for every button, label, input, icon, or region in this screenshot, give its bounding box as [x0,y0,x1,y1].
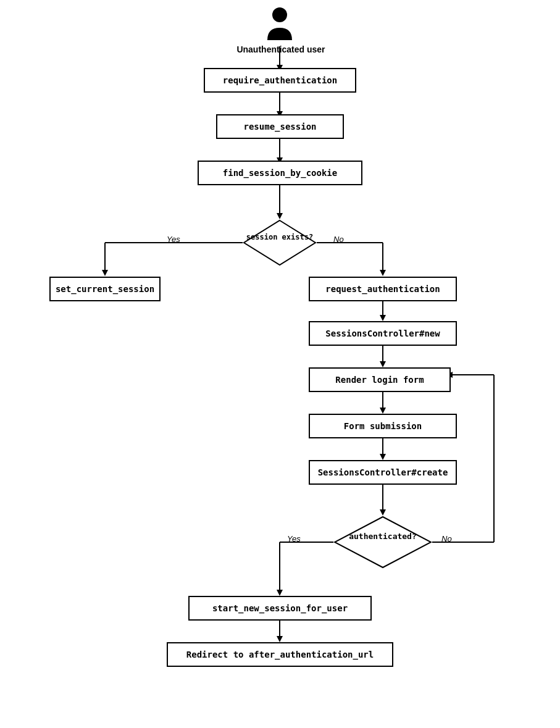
yes-label-session: Yes [167,235,180,244]
svg-marker-19 [380,408,386,414]
set-current-session-node: set_current_session [49,277,161,301]
resume-session-node: resume_session [216,114,344,139]
svg-marker-17 [380,361,386,367]
svg-marker-15 [380,315,386,321]
render-login-node: Render login form [309,367,451,392]
require-auth-node: require_authentication [204,68,356,93]
redirect-node: Redirect to after_authentication_url [167,642,393,667]
find-session-node: find_session_by_cookie [198,161,362,185]
authenticated-diamond: authenticated? [333,516,432,569]
svg-marker-34 [244,220,316,265]
user-icon [264,6,295,43]
svg-marker-10 [102,270,108,276]
start-new-session-node: start_new_session_for_user [188,596,372,621]
svg-marker-32 [277,636,283,642]
yes-label-auth: Yes [287,534,301,543]
sessions-new-node: SessionsController#new [309,321,457,346]
sessions-create-node: SessionsController#create [309,460,457,485]
no-label-session: No [333,235,344,244]
session-exists-label: session exists? [243,233,317,241]
svg-marker-30 [277,590,283,596]
svg-marker-23 [380,509,386,516]
authenticated-label: authenticated? [333,532,432,541]
svg-marker-35 [335,517,431,567]
svg-marker-13 [380,270,386,276]
svg-point-33 [272,7,287,22]
request-auth-node: request_authentication [309,277,457,301]
user-label: Unauthenticated user [219,44,343,54]
form-submission-node: Form submission [309,414,457,438]
flowchart-diagram: Unauthenticated user require_authenticat… [0,0,560,728]
svg-marker-7 [277,213,283,219]
svg-marker-21 [380,454,386,460]
session-exists-diamond: session exists? [243,219,317,266]
no-label-auth: No [441,534,452,543]
